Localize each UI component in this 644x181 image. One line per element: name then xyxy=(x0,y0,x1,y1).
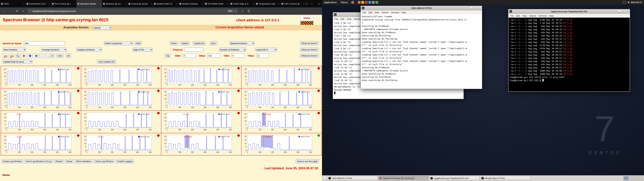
browser-tab-6[interactable]: Control @ carme× xyxy=(128,0,153,7)
taskbar-button-merger-tape-httpd[interactable]: Merger/Tape HTTPd xyxy=(480,176,530,180)
browser-tab-9[interactable]: GSI White Rabb× xyxy=(204,0,230,7)
xmin-input[interactable] xyxy=(183,54,196,58)
tab-close-icon[interactable]: × xyxy=(252,2,254,5)
tab-close-icon[interactable]: × xyxy=(304,2,305,5)
update-all-button[interactable]: Update All xyxy=(192,41,206,45)
menu-file[interactable]: File xyxy=(509,14,515,18)
bottom-button-reload[interactable]: Reload xyxy=(54,159,64,163)
menu-edit[interactable]: Edit xyxy=(515,14,521,18)
spectrum-chart-aida03[interactable]: 051015200100200300400500aida03 Stat xyxy=(161,66,241,88)
spectrum-chart-aida01[interactable]: 051015200100200300400500aida01 Stat xyxy=(1,66,81,88)
maximize-icon[interactable]: ▢ xyxy=(474,6,477,10)
spectrum-chart-aida04[interactable]: 051015200100200300400500aida04 Stat xyxy=(241,66,322,88)
tab-close-icon[interactable]: × xyxy=(227,2,228,5)
taskbar-button-npg-carme-gsi-tapedata-g22-201[interactable]: npg@carme-gsi:/TapeData/G22-201 xyxy=(429,176,480,180)
npg-terminal-window[interactable]: >_ npg@carme-gsi:/TapeData/G22-201 ▁ ▢ ✕… xyxy=(508,9,630,92)
tab-close-icon[interactable]: × xyxy=(278,2,279,5)
menu-edit[interactable]: Edit xyxy=(367,11,373,14)
b-button[interactable]: b xyxy=(50,54,54,58)
paw-icon[interactable] xyxy=(2,54,8,58)
show-desktop-icon[interactable] xyxy=(323,176,326,180)
select-a-spectrum-dropdown[interactable]: Select a spectrum xyxy=(104,41,133,45)
menu-view[interactable]: View xyxy=(346,18,352,20)
taskbar-button-spectrum-browser-carme-gsi-[interactable]: Spectrum Browser @ carme-gsi... xyxy=(378,176,428,180)
new-button[interactable]: new xyxy=(56,54,64,58)
workspace-1[interactable] xyxy=(624,176,628,180)
window-minimize-button[interactable]: — xyxy=(308,0,316,7)
forward-button[interactable]: → xyxy=(8,8,13,14)
menu-file[interactable]: File xyxy=(362,11,367,14)
volume-icon[interactable] xyxy=(628,1,629,3)
menu-edit[interactable]: Edit xyxy=(340,18,346,20)
paw2-icon[interactable] xyxy=(9,54,14,58)
what-are-these-button-2[interactable]: What are these? xyxy=(300,48,319,52)
keyboard-layout-icon[interactable] xyxy=(623,1,626,4)
browser-tab-1[interactable]: AIDA× xyxy=(0,0,26,7)
bottom-button-send-log-window-to-elog[interactable]: Send Log Window to ELog xyxy=(24,159,53,163)
app-icon-4[interactable] xyxy=(368,1,371,4)
bottom-button-show-variables[interactable]: Show Variables xyxy=(75,159,92,163)
spectrum-chart-aida12[interactable]: 051015200100200300400500aida12 Stat(12) … xyxy=(241,110,322,133)
applications-menu[interactable]: Applications xyxy=(322,0,339,5)
menu-hamburger-icon[interactable]: ☰ xyxy=(246,8,251,14)
site-info-icon[interactable]: ⓘ xyxy=(29,10,31,12)
acquisition-server-select[interactable]: aida16 xyxy=(93,26,112,30)
new-tab-button[interactable]: + xyxy=(306,0,308,7)
tab-close-icon[interactable]: × xyxy=(125,2,126,5)
browser-tab-5[interactable]: Statistics @ car× xyxy=(102,0,128,7)
spectrum-name-input[interactable] xyxy=(24,41,65,45)
browser-tab-4[interactable]: Spectrum Brows× xyxy=(76,0,102,7)
bottom-button-show-log-window[interactable]: Show Log Window xyxy=(94,159,115,163)
bottom-button-enable-logging[interactable]: Enable Logging xyxy=(116,159,134,163)
menu-terminal[interactable]: Terminal xyxy=(537,14,548,18)
minimize-icon[interactable]: ▁ xyxy=(470,6,473,10)
what-are-these-button-1[interactable]: What are these? xyxy=(300,41,319,45)
tab-close-icon[interactable]: × xyxy=(176,2,177,5)
places-menu[interactable]: Places xyxy=(339,0,350,5)
menu-view[interactable]: View xyxy=(521,14,528,18)
spectrum-chart-aida15[interactable]: 051015200100200300400500aida15 Stat(41) … xyxy=(161,133,241,156)
spectrum-chart-aida05[interactable]: 051015200100200300400500aida05 Stat xyxy=(1,88,81,111)
zero-button[interactable]: Zero xyxy=(210,41,217,45)
update-button[interactable]: Update xyxy=(180,41,190,45)
ymax-input[interactable] xyxy=(256,54,269,58)
show-button[interactable]: Show xyxy=(170,41,178,45)
home-button[interactable]: ⌂ xyxy=(21,8,26,14)
blue-dot-icon[interactable] xyxy=(34,54,39,58)
browser-tab-11[interactable]: Temperature and× xyxy=(255,0,280,7)
tags-fits-dropdown[interactable]: Tags & Fits xyxy=(132,48,152,52)
aida-terminal-output[interactable]: RunControlClient loadedCompleted custom … xyxy=(361,14,482,89)
spectrum-chart-aida13[interactable]: 051015200100200300400500aida13 Stat(1) (… xyxy=(1,133,81,156)
app-icon-3[interactable] xyxy=(365,1,368,4)
tab-close-icon[interactable]: × xyxy=(74,2,75,5)
info-icon[interactable]: i xyxy=(27,54,33,58)
menu-search[interactable]: Search xyxy=(528,14,537,18)
bottom-button-empty-log-window[interactable]: Empty Log Window xyxy=(1,159,23,163)
spectrum-chart-aida11[interactable]: 051015200100200300400500aida11 Stat(7) (… xyxy=(161,110,241,133)
app-icon-1[interactable] xyxy=(358,1,360,4)
arrange-functions-dropdown[interactable]: Arrange functions xyxy=(41,48,67,52)
tab-close-icon[interactable]: × xyxy=(150,2,152,5)
aida-httpd-terminal-window[interactable]: >_ AIDA MIDAS HTTPd ▁ ▢ ✕ FileEditViewSe… xyxy=(360,6,482,89)
menu-search[interactable]: Search xyxy=(380,11,390,14)
how-to-use-button[interactable]: How to use this page xyxy=(296,159,319,163)
spectrum-chart-aida08[interactable]: 051015200100200300400500aida08 Stat xyxy=(241,88,322,111)
tab-close-icon[interactable]: × xyxy=(100,2,101,5)
workspace-3[interactable] xyxy=(634,176,638,180)
back-button[interactable]: ← xyxy=(2,8,7,14)
tab-close-icon[interactable]: × xyxy=(48,2,50,5)
overflow-icon[interactable]: » xyxy=(240,8,245,14)
menu-help[interactable]: Help xyxy=(548,14,555,18)
npg-terminal-output[interactable]: -rw-r--r--. 1 npg npg 374M May 29 10:30 … xyxy=(508,18,630,92)
browser-tab-2[interactable]: Experiment Cont× xyxy=(26,0,51,7)
spectrum-chart-aida02[interactable]: 051015200100200300400500aida02 Stat xyxy=(81,66,161,88)
number-of-galleries-dropdown[interactable]: Number of Galleries xyxy=(219,48,246,52)
spectrum-chart-aida09[interactable]: 051015200100200300400500aida09 Stat(7) (… xyxy=(1,110,81,133)
all-button[interactable]: all xyxy=(66,54,71,58)
maximize-icon[interactable]: ▢ xyxy=(622,10,625,13)
minimize-icon[interactable]: ▁ xyxy=(618,10,621,13)
npg-window-titlebar[interactable]: >_ npg@carme-gsi:/TapeData/G22-201 ▁ ▢ ✕ xyxy=(508,9,630,14)
red-dot-icon[interactable] xyxy=(21,54,26,58)
spectrum-chart-aida14[interactable]: 051015200100200300400500aida14 Stat(3) (… xyxy=(81,133,161,156)
layout-id-dropdown[interactable]: Layout ID=2 xyxy=(255,48,277,52)
